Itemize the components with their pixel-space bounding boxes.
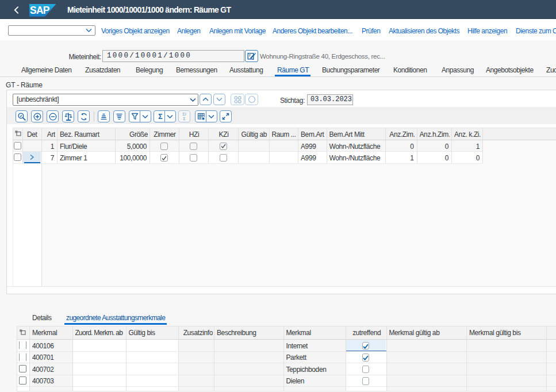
svg-text:SAP: SAP: [30, 4, 50, 16]
